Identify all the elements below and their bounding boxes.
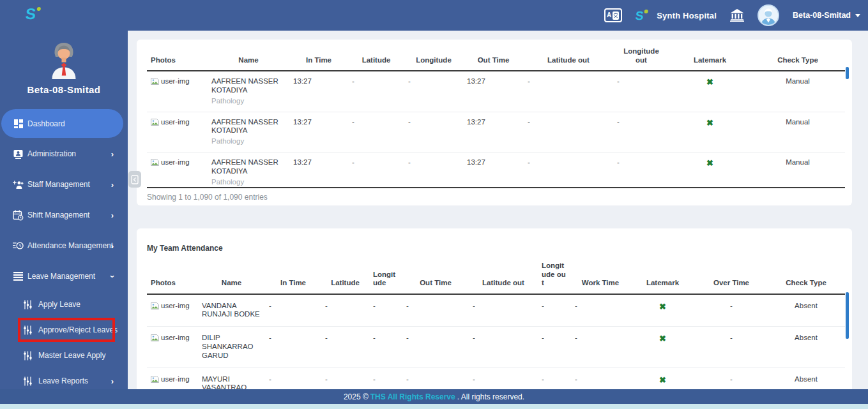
attendance-table-scroll: PhotosNameIn TimeLatitudeLongitudeOut Ti… <box>147 45 845 188</box>
brand-logo: S <box>635 10 644 22</box>
sidebar-collapse-button[interactable] <box>128 171 141 188</box>
caret-down-icon <box>855 14 860 17</box>
cell-in-time: 13:27 <box>289 112 348 152</box>
sidebar-user-name: Beta-08-Smitad <box>0 84 128 95</box>
cell-photos: user-img <box>147 112 208 152</box>
column-header-longitude: Longitude <box>404 45 463 71</box>
topbar-avatar[interactable] <box>758 4 779 26</box>
translate-letter: A <box>607 12 611 19</box>
cell-longitude-out: - <box>613 112 669 152</box>
vertical-scrollbar-thumb[interactable] <box>846 292 849 339</box>
column-header-latemark: Latemark <box>669 45 750 71</box>
employee-department: Pathology <box>211 137 286 146</box>
employee-name: AAFREEN NASSER KOTADIYA <box>211 118 286 136</box>
vertical-scrollbar-thumb[interactable] <box>846 67 849 79</box>
sidebar-item-label: Leave Management <box>27 272 95 281</box>
chevron-right-icon: › <box>111 181 114 189</box>
cell-longitude: - <box>369 294 402 327</box>
topbar-user-menu[interactable]: Beta-08-Smitad <box>793 11 860 20</box>
page: A S Synth Hospital <box>0 0 868 409</box>
employee-department: Pathology <box>211 97 286 106</box>
sidebar-item-master-leave-apply[interactable]: Master Leave Apply <box>0 343 128 368</box>
column-header-latitude-out: Latitude out <box>469 259 538 294</box>
team-attendance-card: My Team Attendance PhotosNameIn TimeLati… <box>137 228 852 409</box>
clock-lines-icon <box>13 241 24 251</box>
column-header-name: Name <box>198 259 265 294</box>
cell-longitude: - <box>404 71 463 112</box>
list-icon <box>13 271 24 282</box>
table-row: user-imgAAFREEN NASSER KOTADIYAPathology… <box>147 152 845 188</box>
sidebar-item-leave-management[interactable]: Leave Management › <box>0 261 128 292</box>
cell-latitude: - <box>348 152 404 188</box>
chevron-right-icon: › <box>111 150 114 158</box>
chevron-right-icon: › <box>111 377 114 385</box>
cell-in-time: - <box>265 294 321 327</box>
sidebar-item-label: Approve/Reject Leaves <box>38 325 118 334</box>
table-row: user-imgVANDANA RUNJAJI BODKE-------✖-Ab… <box>147 294 845 327</box>
broken-image-icon <box>151 78 159 85</box>
footer-suffix: . All rights reserved. <box>457 392 524 401</box>
institution-icon[interactable] <box>730 9 744 22</box>
topbar-right: A S Synth Hospital <box>604 0 861 31</box>
sidebar-nav: Dashboard Administration › Staff Managem… <box>0 108 128 394</box>
cell-out-time: 13:27 <box>463 71 524 112</box>
cell-name: AAFREEN NASSER KOTADIYAPathology <box>208 112 289 152</box>
cell-work-time: - <box>571 327 630 368</box>
calendar-clock-icon <box>13 210 24 221</box>
column-header-longitude-out: Longitude out <box>613 45 669 71</box>
team-attendance-title: My Team Attendance <box>147 244 852 253</box>
sidebar-item-dashboard[interactable]: Dashboard <box>0 108 128 138</box>
column-header-check-type: Check Type <box>750 45 845 71</box>
sidebar-item-apply-leave[interactable]: Apply Leave <box>0 292 128 317</box>
employee-name: AAFREEN NASSER KOTADIYA <box>211 158 286 176</box>
staff-attendance-table: PhotosNameIn TimeLatitudeLongitudeOut Ti… <box>147 45 845 188</box>
cell-name: DILIP SHANKARRAO GARUD <box>198 327 265 368</box>
column-header-longitude: Longitude <box>369 259 402 294</box>
sidebar: S Beta-08-Smitad Dashboard Administratio <box>0 0 128 409</box>
sidebar-item-staff-management[interactable]: Staff Management › <box>0 169 128 200</box>
cell-longitude: - <box>404 112 463 152</box>
sidebar-item-shift-management[interactable]: Shift Management › <box>0 200 128 230</box>
topbar: A S Synth Hospital <box>0 0 868 31</box>
cell-check-type: Manual <box>750 71 845 112</box>
column-header-photos: Photos <box>147 259 198 294</box>
cell-latemark: ✖ <box>630 327 696 368</box>
sidebar-user-avatar <box>47 41 81 79</box>
cell-photos: user-img <box>147 294 198 327</box>
sidebar-item-administration[interactable]: Administration › <box>0 138 128 169</box>
footer-link[interactable]: THS All Rights Reserve <box>370 392 455 401</box>
cell-work-time: - <box>571 294 630 327</box>
latemark-x-icon: ✖ <box>706 77 713 87</box>
chevron-right-icon: › <box>111 242 114 250</box>
cell-longitude-out: - <box>613 152 669 188</box>
column-header-photos: Photos <box>147 45 208 71</box>
sliders-icon <box>23 325 33 335</box>
photo-alt-text: user-img <box>161 302 190 309</box>
column-header-out-time: Out Time <box>402 259 469 294</box>
latemark-x-icon: ✖ <box>706 158 713 168</box>
dashboard-icon <box>13 118 24 129</box>
sidebar-item-label: Master Leave Apply <box>38 351 105 360</box>
cell-latemark: ✖ <box>669 112 750 152</box>
column-header-name: Name <box>208 45 289 71</box>
cell-latitude: - <box>348 112 404 152</box>
sidebar-item-label: Administration <box>27 149 76 158</box>
table-row: user-imgAAFREEN NASSER KOTADIYAPathology… <box>147 71 845 112</box>
sidebar-item-approve-reject-leaves[interactable]: Approve/Reject Leaves <box>0 317 128 343</box>
brand-dot <box>644 10 648 13</box>
table-header-row: PhotosNameIn TimeLatitudeLongitudeOut Ti… <box>147 259 845 294</box>
cell-photos: user-img <box>147 327 198 368</box>
cell-latitude-out: - <box>524 71 613 112</box>
column-header-longitude-out: Longitude out <box>538 259 571 294</box>
column-header-latitude: Latitude <box>321 259 369 294</box>
translate-icon[interactable]: A <box>604 8 622 22</box>
sidebar-item-attendance-management[interactable]: Attendance Management › <box>0 230 128 261</box>
cell-in-time: 13:27 <box>289 71 348 112</box>
chevron-right-icon: › <box>111 211 114 219</box>
column-header-work-time: Work Time <box>571 259 630 294</box>
table-header-row: PhotosNameIn TimeLatitudeLongitudeOut Ti… <box>147 45 845 71</box>
column-header-latitude-out: Latitude out <box>524 45 613 71</box>
sidebar-logo-dot <box>37 7 42 11</box>
cell-check-type: Absent <box>767 294 845 327</box>
cell-longitude-out: - <box>538 294 571 327</box>
